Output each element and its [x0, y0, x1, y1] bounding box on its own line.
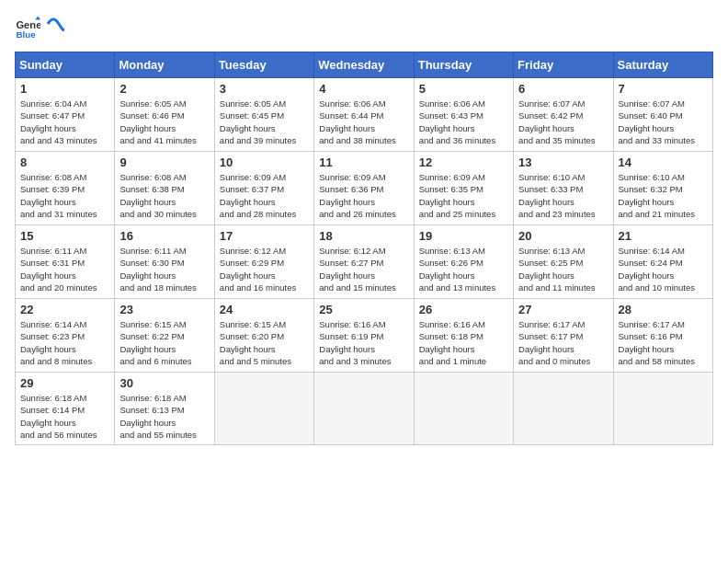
- day-cell: 7 Sunrise: 6:07 AM Sunset: 6:40 PM Dayli…: [613, 78, 712, 152]
- header-friday: Friday: [514, 52, 613, 78]
- calendar-week-row: 29 Sunrise: 6:18 AM Sunset: 6:14 PM Dayl…: [16, 373, 713, 445]
- day-number: 4: [319, 82, 408, 96]
- day-cell: 18 Sunrise: 6:12 AM Sunset: 6:27 PM Dayl…: [314, 225, 414, 299]
- day-info: Sunrise: 6:05 AM Sunset: 6:46 PM Dayligh…: [119, 98, 209, 146]
- day-cell: 21 Sunrise: 6:14 AM Sunset: 6:24 PM Dayl…: [613, 225, 712, 299]
- day-number: 26: [419, 303, 508, 316]
- day-number: 9: [119, 155, 209, 169]
- day-info: Sunrise: 6:10 AM Sunset: 6:32 PM Dayligh…: [619, 171, 708, 220]
- day-number: 29: [20, 376, 109, 390]
- day-number: 2: [119, 82, 209, 96]
- day-cell: 11 Sunrise: 6:09 AM Sunset: 6:36 PM Dayl…: [314, 152, 414, 225]
- day-info: Sunrise: 6:11 AM Sunset: 6:30 PM Dayligh…: [119, 245, 209, 293]
- day-info: Sunrise: 6:13 AM Sunset: 6:26 PM Dayligh…: [419, 245, 508, 293]
- day-cell: 15 Sunrise: 6:11 AM Sunset: 6:31 PM Dayl…: [16, 225, 115, 299]
- day-cell: 16 Sunrise: 6:11 AM Sunset: 6:30 PM Dayl…: [115, 225, 214, 299]
- day-info: Sunrise: 6:15 AM Sunset: 6:22 PM Dayligh…: [119, 318, 209, 367]
- day-cell: 10 Sunrise: 6:09 AM Sunset: 6:37 PM Dayl…: [214, 152, 313, 225]
- empty-cell: [314, 373, 414, 445]
- day-info: Sunrise: 6:12 AM Sunset: 6:27 PM Dayligh…: [319, 245, 408, 293]
- empty-cell: [514, 373, 613, 445]
- day-number: 12: [419, 155, 508, 169]
- header-tuesday: Tuesday: [214, 52, 313, 78]
- day-number: 17: [220, 229, 309, 243]
- day-number: 30: [119, 376, 209, 390]
- day-number: 3: [220, 82, 309, 96]
- calendar-table: SundayMondayTuesdayWednesdayThursdayFrid…: [15, 52, 713, 445]
- day-cell: 19 Sunrise: 6:13 AM Sunset: 6:26 PM Dayl…: [414, 225, 513, 299]
- day-info: Sunrise: 6:16 AM Sunset: 6:18 PM Dayligh…: [419, 318, 508, 367]
- day-info: Sunrise: 6:10 AM Sunset: 6:33 PM Dayligh…: [518, 171, 608, 220]
- day-cell: 12 Sunrise: 6:09 AM Sunset: 6:35 PM Dayl…: [414, 152, 513, 225]
- calendar-week-row: 8 Sunrise: 6:08 AM Sunset: 6:39 PM Dayli…: [16, 152, 713, 225]
- day-cell: 4 Sunrise: 6:06 AM Sunset: 6:44 PM Dayli…: [314, 78, 414, 152]
- day-info: Sunrise: 6:07 AM Sunset: 6:42 PM Dayligh…: [518, 98, 608, 146]
- day-cell: 22 Sunrise: 6:14 AM Sunset: 6:23 PM Dayl…: [16, 299, 115, 373]
- day-info: Sunrise: 6:08 AM Sunset: 6:39 PM Dayligh…: [20, 171, 109, 220]
- day-cell: 28 Sunrise: 6:17 AM Sunset: 6:16 PM Dayl…: [613, 299, 712, 373]
- day-cell: 29 Sunrise: 6:18 AM Sunset: 6:14 PM Dayl…: [16, 373, 115, 445]
- calendar-week-row: 15 Sunrise: 6:11 AM Sunset: 6:31 PM Dayl…: [16, 225, 713, 299]
- empty-cell: [214, 373, 313, 445]
- day-cell: 20 Sunrise: 6:13 AM Sunset: 6:25 PM Dayl…: [514, 225, 613, 299]
- day-number: 22: [20, 303, 109, 316]
- day-info: Sunrise: 6:09 AM Sunset: 6:37 PM Dayligh…: [220, 171, 309, 220]
- day-cell: 24 Sunrise: 6:15 AM Sunset: 6:20 PM Dayl…: [214, 299, 313, 373]
- day-info: Sunrise: 6:17 AM Sunset: 6:17 PM Dayligh…: [518, 318, 608, 367]
- day-info: Sunrise: 6:09 AM Sunset: 6:35 PM Dayligh…: [419, 171, 508, 220]
- header-sunday: Sunday: [16, 52, 115, 78]
- day-info: Sunrise: 6:18 AM Sunset: 6:14 PM Dayligh…: [20, 392, 109, 441]
- svg-text:Blue: Blue: [16, 29, 36, 40]
- day-info: Sunrise: 6:15 AM Sunset: 6:20 PM Dayligh…: [220, 318, 309, 367]
- header-monday: Monday: [115, 52, 214, 78]
- day-cell: 2 Sunrise: 6:05 AM Sunset: 6:46 PM Dayli…: [115, 78, 214, 152]
- day-number: 6: [518, 82, 608, 96]
- day-cell: 13 Sunrise: 6:10 AM Sunset: 6:33 PM Dayl…: [514, 152, 613, 225]
- day-number: 19: [419, 229, 508, 243]
- logo-icon: General Blue: [15, 15, 40, 40]
- header-saturday: Saturday: [613, 52, 712, 78]
- day-number: 7: [619, 82, 708, 96]
- page-header: General Blue: [15, 15, 713, 40]
- day-number: 27: [518, 303, 608, 316]
- day-number: 23: [119, 303, 209, 316]
- day-cell: 23 Sunrise: 6:15 AM Sunset: 6:22 PM Dayl…: [115, 299, 214, 373]
- day-info: Sunrise: 6:16 AM Sunset: 6:19 PM Dayligh…: [319, 318, 408, 367]
- day-info: Sunrise: 6:18 AM Sunset: 6:13 PM Dayligh…: [119, 392, 209, 441]
- day-number: 18: [319, 229, 408, 243]
- day-cell: 14 Sunrise: 6:10 AM Sunset: 6:32 PM Dayl…: [613, 152, 712, 225]
- day-info: Sunrise: 6:14 AM Sunset: 6:24 PM Dayligh…: [619, 245, 708, 293]
- day-cell: 1 Sunrise: 6:04 AM Sunset: 6:47 PM Dayli…: [16, 78, 115, 152]
- day-info: Sunrise: 6:05 AM Sunset: 6:45 PM Dayligh…: [220, 98, 309, 146]
- day-info: Sunrise: 6:08 AM Sunset: 6:38 PM Dayligh…: [119, 171, 209, 220]
- calendar-week-row: 1 Sunrise: 6:04 AM Sunset: 6:47 PM Dayli…: [16, 78, 713, 152]
- logo: General Blue: [15, 15, 64, 40]
- day-info: Sunrise: 6:07 AM Sunset: 6:40 PM Dayligh…: [619, 98, 708, 146]
- empty-cell: [613, 373, 712, 445]
- day-number: 16: [119, 229, 209, 243]
- day-number: 1: [20, 82, 109, 96]
- svg-marker-2: [35, 16, 40, 19]
- day-info: Sunrise: 6:12 AM Sunset: 6:29 PM Dayligh…: [220, 245, 309, 293]
- day-number: 5: [419, 82, 508, 96]
- day-info: Sunrise: 6:17 AM Sunset: 6:16 PM Dayligh…: [619, 318, 708, 367]
- day-cell: 5 Sunrise: 6:06 AM Sunset: 6:43 PM Dayli…: [414, 78, 513, 152]
- day-info: Sunrise: 6:04 AM Sunset: 6:47 PM Dayligh…: [20, 98, 109, 146]
- day-info: Sunrise: 6:06 AM Sunset: 6:44 PM Dayligh…: [319, 98, 408, 146]
- calendar-week-row: 22 Sunrise: 6:14 AM Sunset: 6:23 PM Dayl…: [16, 299, 713, 373]
- logo-wave-icon: [46, 10, 64, 38]
- day-info: Sunrise: 6:09 AM Sunset: 6:36 PM Dayligh…: [319, 171, 408, 220]
- day-cell: 25 Sunrise: 6:16 AM Sunset: 6:19 PM Dayl…: [314, 299, 414, 373]
- day-number: 10: [220, 155, 309, 169]
- day-cell: 3 Sunrise: 6:05 AM Sunset: 6:45 PM Dayli…: [214, 78, 313, 152]
- day-cell: 27 Sunrise: 6:17 AM Sunset: 6:17 PM Dayl…: [514, 299, 613, 373]
- day-number: 21: [619, 229, 708, 243]
- day-number: 13: [518, 155, 608, 169]
- day-info: Sunrise: 6:13 AM Sunset: 6:25 PM Dayligh…: [518, 245, 608, 293]
- day-cell: 30 Sunrise: 6:18 AM Sunset: 6:13 PM Dayl…: [115, 373, 214, 445]
- day-cell: 8 Sunrise: 6:08 AM Sunset: 6:39 PM Dayli…: [16, 152, 115, 225]
- day-number: 25: [319, 303, 408, 316]
- empty-cell: [414, 373, 513, 445]
- header-thursday: Thursday: [414, 52, 513, 78]
- day-number: 11: [319, 155, 408, 169]
